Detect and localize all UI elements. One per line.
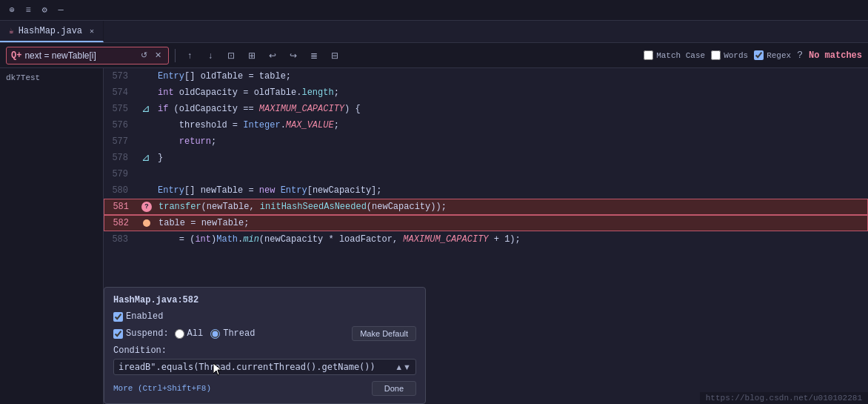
line-num-579: 579 [104, 166, 137, 182]
bookmark-578-icon: ⊿ [141, 150, 150, 166]
all-radio[interactable] [175, 329, 184, 339]
code-line-575: 575 ⊿ if (oldCapacity == MAXIMUM_CAPACIT… [104, 101, 868, 117]
close-icon[interactable]: ✕ [90, 27, 94, 36]
code-581: transfer(newTable, initHashSeedAsNeeded(… [156, 199, 867, 215]
suspend-checkbox[interactable] [113, 329, 123, 339]
regex-label[interactable]: Regex [754, 50, 791, 60]
gutter-582 [138, 219, 156, 227]
search-replace-btn[interactable]: ↩ [264, 47, 281, 64]
match-case-label[interactable]: Match Case [644, 50, 705, 60]
condition-dropdown-btn[interactable]: ▼ [403, 362, 411, 371]
gutter-581: ? [138, 202, 156, 212]
code-573: Entry[] oldTable = table; [155, 68, 868, 85]
main-layout: dk7Test 573 Entry[] oldTable = table; 57… [0, 68, 868, 404]
code-line-581: 581 ? transfer(newTable, initHashSeedAsN… [104, 199, 868, 215]
help-icon[interactable]: ? [797, 50, 803, 61]
search-filter-btn[interactable]: ⊟ [327, 47, 343, 64]
all-radio-label[interactable]: All [175, 328, 204, 339]
settings-icon[interactable]: ⚙ [39, 4, 50, 16]
line-num-583: 583 [104, 231, 137, 248]
code-line-580: 580 Entry[] newTable = new Entry[newCapa… [104, 182, 868, 199]
bottom-bar: https://blog.csdn.net/u010102281 [700, 392, 868, 404]
no-matches-label: No matches [809, 50, 862, 61]
code-580: Entry[] newTable = new Entry[newCapacity… [155, 182, 868, 199]
code-578: } [155, 150, 868, 166]
minimize-icon[interactable]: — [55, 4, 67, 16]
code-576: threshold = Integer.MAX_VALUE; [155, 117, 868, 133]
search-prev-btn[interactable]: ↑ [181, 47, 198, 64]
more-link[interactable]: More (Ctrl+Shift+F8) [113, 384, 211, 393]
tab-hashmap[interactable]: ☕ HashMap.java ✕ [0, 21, 104, 42]
search-close-btn[interactable]: ✕ [153, 48, 164, 63]
top-toolbar: ⊕ ≡ ⚙ — [0, 0, 868, 21]
condition-expand-btn[interactable]: ▲ [395, 362, 403, 371]
breakpoint-question-581[interactable]: ? [141, 202, 152, 212]
words-label[interactable]: Words [711, 50, 748, 60]
search-options: Match Case Words Regex ? No matches [644, 50, 862, 61]
suspend-checkbox-label[interactable]: Suspend: [113, 328, 169, 339]
code-line-573: 573 Entry[] oldTable = table; [104, 68, 868, 85]
tab-bar: ☕ HashMap.java ✕ [0, 21, 868, 43]
code-line-576: 576 threshold = Integer.MAX_VALUE; [104, 117, 868, 133]
line-num-578: 578 [104, 150, 137, 166]
regex-checkbox[interactable] [754, 50, 764, 60]
enabled-checkbox-label[interactable]: Enabled [113, 311, 163, 322]
sidebar-item-dk7test[interactable]: dk7Test [0, 71, 103, 85]
line-num-575: 575 [104, 101, 137, 117]
search-bar: Q+ ↺ ✕ ↑ ↓ ⊡ ⊞ ↩ ↪ ≣ ⊟ Match Case Words … [0, 43, 868, 68]
tab-label: HashMap.java [19, 26, 82, 36]
code-line-574: 574 int oldCapacity = oldTable.length; [104, 85, 868, 101]
search-format-btn[interactable]: ≣ [306, 47, 322, 64]
code-lines: 573 Entry[] oldTable = table; 574 int ol… [104, 68, 868, 248]
line-num-580: 580 [104, 182, 137, 199]
popup-footer: More (Ctrl+Shift+F8) Done [113, 381, 416, 396]
breakpoint-dot-582[interactable] [143, 219, 150, 227]
thread-radio[interactable] [210, 329, 220, 339]
condition-label: Condition: [113, 345, 416, 356]
condition-input[interactable] [118, 362, 395, 372]
popup-enabled-row: Enabled [113, 311, 416, 322]
code-577: return; [155, 133, 868, 150]
gutter-578: ⊿ [137, 150, 155, 166]
gutter-575: ⊿ [137, 101, 155, 117]
line-num-576: 576 [104, 117, 137, 133]
add-icon[interactable]: ⊕ [6, 4, 18, 16]
java-icon: ☕ [9, 26, 14, 36]
code-line-582: 582 table = newTable; [104, 215, 868, 231]
search-input[interactable] [24, 50, 136, 61]
line-num-582: 582 [104, 215, 138, 231]
url-text: https://blog.csdn.net/u010102281 [706, 394, 862, 403]
search-plus-btn[interactable]: ⊞ [244, 47, 260, 64]
words-checkbox[interactable] [711, 50, 721, 60]
line-num-573: 573 [104, 68, 137, 85]
code-575: if (oldCapacity == MAXIMUM_CAPACITY) { [155, 101, 868, 117]
popup-title: HashMap.java:582 [113, 295, 416, 305]
bookmark-575-icon: ⊿ [141, 101, 150, 117]
search-input-wrap[interactable]: Q+ ↺ ✕ [6, 47, 169, 64]
line-num-577: 577 [104, 133, 137, 150]
condition-input-wrap[interactable]: ▲ ▼ [113, 359, 416, 375]
code-area[interactable]: 573 Entry[] oldTable = table; 574 int ol… [104, 68, 868, 404]
match-case-checkbox[interactable] [644, 50, 653, 60]
breakpoint-popup: HashMap.java:582 Enabled Suspend: All [104, 287, 426, 404]
search-prefix: Q+ [11, 50, 21, 61]
search-next-btn[interactable]: ↓ [202, 47, 218, 64]
thread-radio-label[interactable]: Thread [210, 328, 255, 339]
make-default-button[interactable]: Make Default [352, 326, 416, 341]
line-num-574: 574 [104, 85, 137, 101]
search-wrap-btn[interactable]: ⊡ [223, 47, 239, 64]
code-line-578: 578 ⊿ } [104, 150, 868, 166]
list-icon[interactable]: ≡ [22, 4, 34, 16]
search-replace2-btn[interactable]: ↪ [285, 47, 301, 64]
code-582: table = newTable; [156, 215, 867, 231]
code-line-583: 583 = (int)Math.min(newCapacity * loadFa… [104, 231, 868, 248]
line-num-581: 581 [104, 199, 138, 215]
search-clear-btn[interactable]: ↺ [138, 48, 150, 63]
code-583: = (int)Math.min(newCapacity * loadFactor… [155, 231, 868, 248]
done-button[interactable]: Done [372, 381, 416, 396]
enabled-checkbox[interactable] [113, 312, 123, 322]
sidebar: dk7Test [0, 68, 104, 404]
suspend-radio-group: All Thread [175, 328, 256, 339]
search-divider [175, 49, 176, 62]
code-574: int oldCapacity = oldTable.length; [155, 85, 868, 101]
